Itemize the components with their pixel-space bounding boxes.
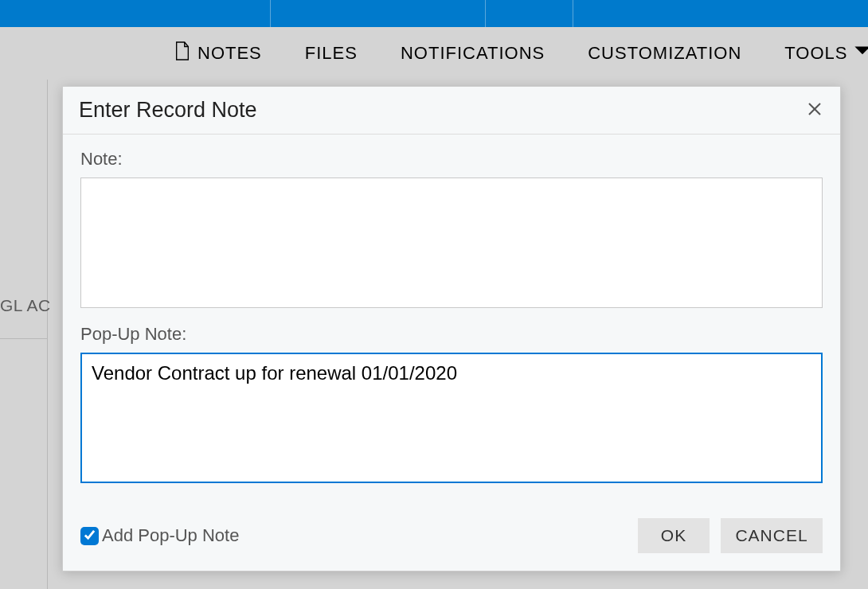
tab-label: NOTIFICATIONS xyxy=(401,43,545,64)
add-popup-note-checkbox-wrap[interactable]: Add Pop-Up Note xyxy=(80,525,239,546)
add-popup-note-checkbox[interactable] xyxy=(80,527,99,545)
tab-label: NOTES xyxy=(197,43,262,64)
caret-down-icon xyxy=(854,41,868,66)
tab-customization[interactable]: CUSTOMIZATION xyxy=(588,43,741,64)
dialog-header: Enter Record Note xyxy=(63,87,840,135)
cancel-button[interactable]: CANCEL xyxy=(721,518,823,553)
enter-record-note-dialog: Enter Record Note Note: Pop-Up Note: xyxy=(62,86,841,571)
tab-label: FILES xyxy=(305,43,358,64)
document-icon xyxy=(174,41,191,66)
sidebar-truncated-label: GL AC xyxy=(0,296,51,315)
dialog-title: Enter Record Note xyxy=(79,98,257,123)
top-app-bar xyxy=(0,0,868,27)
note-textarea[interactable] xyxy=(80,177,823,308)
close-icon xyxy=(807,101,823,120)
sidebar-divider xyxy=(0,80,48,589)
dialog-close-button[interactable] xyxy=(803,99,826,122)
dialog-footer: Add Pop-Up Note OK CANCEL xyxy=(80,518,823,553)
check-icon xyxy=(84,529,96,544)
tab-notifications[interactable]: NOTIFICATIONS xyxy=(401,43,545,64)
add-popup-note-label: Add Pop-Up Note xyxy=(102,525,239,546)
topbar-segment xyxy=(0,0,271,27)
record-tab-strip: NOTES FILES NOTIFICATIONS CUSTOMIZATION … xyxy=(0,27,868,80)
topbar-segment xyxy=(486,0,573,27)
tab-files[interactable]: FILES xyxy=(305,43,358,64)
topbar-segment xyxy=(271,0,486,27)
dialog-footer-buttons: OK CANCEL xyxy=(638,518,823,553)
tab-tools[interactable]: TOOLS xyxy=(784,41,868,66)
popup-note-textarea[interactable] xyxy=(80,353,823,483)
ok-button[interactable]: OK xyxy=(638,518,710,553)
tab-label: TOOLS xyxy=(784,43,847,64)
content-divider xyxy=(0,338,48,339)
popup-note-field-label: Pop-Up Note: xyxy=(80,324,823,345)
note-field-label: Note: xyxy=(80,149,823,170)
tab-notes[interactable]: NOTES xyxy=(174,41,262,66)
page-body: GL AC Enter Record Note Note: Pop-Up Not… xyxy=(0,80,868,589)
dialog-body: Note: Pop-Up Note: xyxy=(63,135,840,486)
tab-label: CUSTOMIZATION xyxy=(588,43,741,64)
